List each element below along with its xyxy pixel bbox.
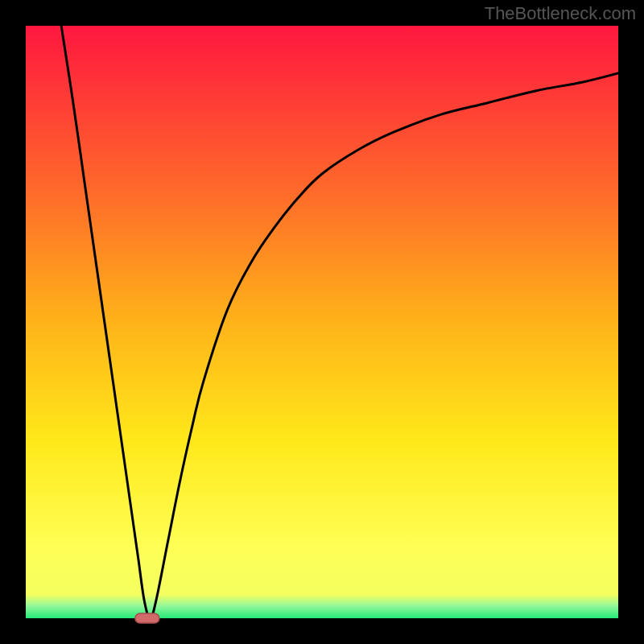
plot-background bbox=[26, 26, 618, 618]
chart-frame: TheBottleneck.com bbox=[0, 0, 644, 644]
bottleneck-chart bbox=[0, 0, 644, 644]
watermark-text: TheBottleneck.com bbox=[485, 3, 636, 24]
min-marker bbox=[135, 613, 159, 623]
